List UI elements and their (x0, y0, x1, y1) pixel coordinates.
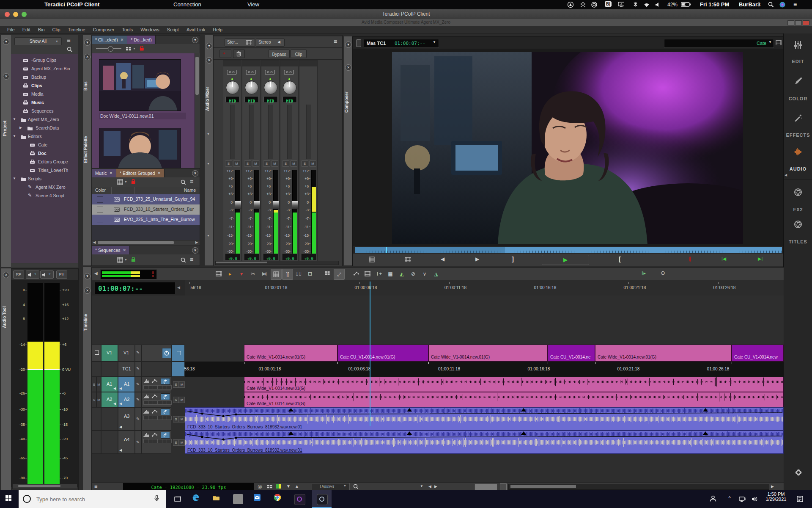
channel-1-button[interactable]: 1 (26, 271, 39, 279)
column-header-name[interactable]: Name (184, 188, 196, 193)
mixer-output-button[interactable]: Stereo◀ (256, 39, 285, 47)
a1-patch-button[interactable]: A1◀ (101, 377, 118, 392)
bins-tab[interactable]: Bins (83, 73, 91, 99)
fader-handle[interactable] (292, 201, 299, 209)
a3-power-button[interactable] (161, 409, 170, 415)
project-bin-row[interactable]: ✎Agent MX Zero (11, 183, 78, 192)
render-ranges-button[interactable]: ◮ (431, 269, 441, 279)
composer-clip-icon[interactable] (356, 39, 361, 47)
tray-expand-icon[interactable]: ^ (728, 495, 731, 501)
status-icon-pixels[interactable] (580, 2, 586, 7)
workspace-effects-icon[interactable] (794, 114, 802, 121)
strip-mute-button[interactable]: M (309, 160, 316, 167)
a2-track-button[interactable]: A2◀ (118, 392, 135, 407)
a3-track-button[interactable]: A3◀ (118, 407, 135, 431)
bin-unlock-icon[interactable] (131, 257, 136, 262)
project-panel-tab[interactable]: Project (2, 111, 10, 145)
expander-open-icon[interactable]: ▼ (13, 134, 16, 138)
a2-power-button[interactable] (161, 393, 170, 400)
composer-position-bar[interactable] (355, 247, 782, 254)
timeline-hscroll-thumb[interactable] (510, 485, 576, 488)
workspace-effects-label[interactable]: EFFECTS (784, 133, 812, 138)
avid-menu-timeline[interactable]: Timeline (64, 27, 89, 32)
automation-icon[interactable] (151, 378, 157, 383)
thumb-size-knob[interactable] (108, 46, 113, 52)
menubar-menu-connection[interactable]: Connection (173, 1, 201, 8)
mark-clip-icon[interactable] (689, 257, 691, 262)
view-mode-icon[interactable] (126, 47, 132, 51)
close-icon[interactable]: ✕ (109, 171, 112, 175)
a1-clip[interactable]: Cate Wide_V1-0014.new.01(G) (244, 377, 784, 392)
action-center-icon[interactable] (797, 496, 804, 502)
overwrite-button[interactable]: ▾ (236, 269, 247, 279)
mixer-trash-button[interactable] (233, 50, 245, 58)
a2-solo-left[interactable]: S (92, 392, 96, 407)
avid-menu-file[interactable]: File (3, 27, 19, 32)
a4-power-button[interactable] (161, 432, 170, 439)
settings-gear-icon[interactable] (795, 469, 802, 476)
project-panel-menu-button[interactable]: ▼ (3, 39, 9, 45)
waveform-toggle-icon[interactable] (143, 394, 149, 398)
clip-color-checkbox[interactable] (97, 217, 103, 223)
list-view-icon[interactable] (117, 257, 123, 263)
bin-tab[interactable]: * Editors Grouped✕ (116, 169, 165, 177)
timeline-tab[interactable]: Timeline (83, 304, 91, 342)
v1-record-button[interactable] (92, 345, 101, 362)
pan-knob[interactable] (226, 81, 239, 94)
strip-solo-button[interactable]: S (263, 160, 270, 167)
v1-monitor-button[interactable] (171, 345, 185, 362)
a1-solo-right[interactable]: S (173, 381, 179, 388)
composer-menu-button[interactable]: ▼ (345, 41, 351, 48)
timeline-view-icon[interactable] (369, 257, 375, 262)
fader-handle[interactable] (273, 201, 280, 209)
a1-solo-left[interactable]: S (92, 377, 96, 392)
expander-open-icon[interactable]: ▼ (13, 117, 16, 121)
bottom-menu-icon[interactable]: ≡ (94, 483, 98, 490)
composer-grid-icon[interactable] (776, 40, 782, 45)
avid-menu-avid-link[interactable]: Avid Link (183, 27, 209, 32)
composer-tab[interactable]: Composer (344, 79, 352, 125)
strip-solo-button[interactable]: S (282, 160, 289, 167)
play-button[interactable]: ▶ (542, 255, 589, 265)
project-bin-row[interactable]: ▼Editors (11, 133, 78, 141)
mic-icon[interactable] (154, 495, 159, 502)
step-out-icon[interactable]: ▲ (295, 484, 299, 489)
avid-menu-edit[interactable]: Edit (19, 27, 34, 32)
status-icon-circle-triangle[interactable] (568, 2, 573, 8)
effect-palette-button[interactable]: ▦ (385, 269, 395, 279)
clip-thumbnail[interactable] (99, 128, 181, 168)
video-quality-icon[interactable] (276, 484, 281, 489)
strip-mute-button[interactable]: M (290, 160, 297, 167)
add-edit-button[interactable] (362, 269, 373, 279)
workspace-edit-icon[interactable] (794, 41, 802, 49)
pan-mid-button[interactable]: MID (263, 96, 278, 103)
strip-solo-button[interactable]: S (244, 160, 251, 167)
a4-mute-right[interactable]: M (179, 439, 185, 446)
audio-loop-button[interactable]: ∨ (420, 269, 430, 279)
project-search-icon[interactable] (67, 47, 72, 52)
automation-icon[interactable] (151, 409, 157, 414)
v1-edit-icon[interactable]: ✎ (135, 345, 142, 362)
workspace-color-icon[interactable] (794, 77, 802, 85)
project-bin-row[interactable]: Sequences (11, 107, 78, 116)
avid-close-button[interactable] (803, 20, 809, 25)
mixer-menu-button[interactable]: ▼ (206, 43, 212, 49)
title-tool-button[interactable]: T+ (374, 269, 384, 279)
audio-tool-close-button[interactable]: ✕ (3, 272, 9, 278)
avid-maximize-button[interactable] (795, 20, 802, 25)
mark-out-icon[interactable]: ] (512, 255, 514, 262)
mixer-bypass-button[interactable]: Bypass (269, 50, 290, 58)
file-explorer-icon[interactable] (213, 494, 223, 504)
music-bin-hscroll-thumb[interactable] (98, 241, 174, 244)
pan-mid-button[interactable]: MID (283, 96, 297, 103)
scroll-end-icon[interactable]: ▶ (771, 484, 774, 489)
v1-clip[interactable]: Cate Wide_V1-0014.new.01(G) (595, 345, 732, 362)
timeline-menu-button[interactable]: ▼ (84, 273, 91, 279)
strip-gain-box[interactable]: +0.0 (263, 254, 278, 260)
audio-tool-hscroll-thumb[interactable] (18, 485, 60, 487)
position-playhead[interactable] (386, 247, 387, 254)
workspace-fx2-label[interactable]: FX2 (784, 207, 812, 212)
a4-edit-icon[interactable]: ✎ (135, 431, 142, 454)
a4-solo-right[interactable]: S (173, 439, 179, 446)
avid-menu-script[interactable]: Script (163, 27, 183, 32)
